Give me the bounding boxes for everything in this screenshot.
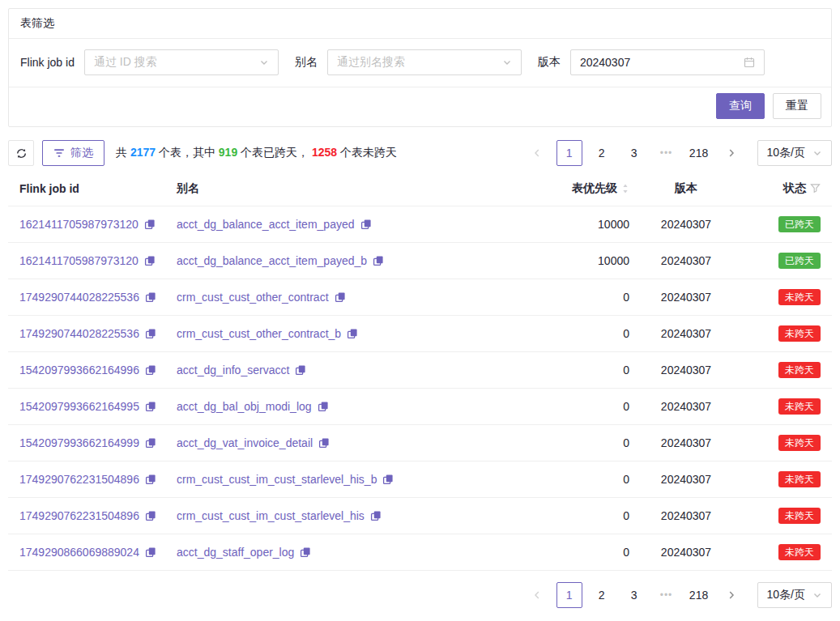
cell-status: 未跨天 bbox=[743, 398, 832, 415]
alias-link[interactable]: acct_dg_vat_invoice_detail bbox=[177, 436, 313, 449]
alias-select[interactable]: 通过别名搜索 bbox=[327, 49, 522, 75]
reset-button[interactable]: 重置 bbox=[773, 93, 821, 119]
copy-icon[interactable] bbox=[145, 510, 156, 521]
page-button-1[interactable]: 1 bbox=[556, 140, 582, 166]
version-date-picker[interactable]: 20240307 bbox=[570, 49, 765, 75]
query-button[interactable]: 查询 bbox=[716, 93, 765, 119]
filter-funnel-icon[interactable] bbox=[810, 183, 821, 194]
cell-status: 未跨天 bbox=[743, 508, 832, 524]
version-value: 20240307 bbox=[661, 218, 711, 231]
status-badge: 未跨天 bbox=[778, 398, 821, 415]
column-header-label: Flink job id bbox=[19, 182, 79, 195]
table-header-row: Flink job id 别名 表优先级 版本 状态 bbox=[8, 171, 832, 206]
chevron-down-icon bbox=[502, 57, 512, 67]
status-badge: 未跨天 bbox=[778, 289, 821, 305]
copy-icon[interactable] bbox=[335, 291, 346, 303]
next-page-button[interactable] bbox=[718, 140, 744, 166]
alias-link[interactable]: crm_cust_cust_im_cust_starlevel_his_b bbox=[177, 473, 377, 486]
chevron-right-icon bbox=[727, 590, 736, 600]
flink-job-id-link[interactable]: 1542097993662164996 bbox=[19, 364, 139, 376]
alias-link[interactable]: crm_cust_cust_im_cust_starlevel_his bbox=[177, 509, 365, 522]
copy-icon[interactable] bbox=[145, 364, 156, 376]
copy-icon[interactable] bbox=[370, 510, 382, 521]
flink-job-id-link[interactable]: 1542097993662164995 bbox=[19, 400, 139, 413]
column-header-priority[interactable]: 表优先级 bbox=[508, 181, 629, 196]
copy-icon[interactable] bbox=[295, 364, 306, 376]
copy-icon[interactable] bbox=[318, 401, 329, 412]
column-header-version: 版本 bbox=[629, 181, 743, 196]
priority-value: 0 bbox=[623, 546, 629, 559]
cell-flink-job-id: 1542097993662164999 bbox=[8, 436, 165, 449]
status-badge: 未跨天 bbox=[778, 435, 821, 451]
copy-icon[interactable] bbox=[373, 255, 384, 266]
summary-uncrossed-count: 1258 bbox=[312, 146, 337, 159]
alias-link[interactable]: crm_cust_cust_other_contract_b bbox=[177, 327, 341, 340]
version-label: 版本 bbox=[538, 55, 561, 70]
alias-link[interactable]: acct_dg_bal_obj_modi_log bbox=[177, 400, 312, 413]
page-button-2[interactable]: 2 bbox=[589, 140, 615, 166]
flink-job-id-link[interactable]: 1621411705987973120 bbox=[19, 218, 139, 231]
sorter-icon[interactable] bbox=[621, 182, 629, 195]
alias-link[interactable]: acct_dg_staff_oper_log bbox=[177, 546, 294, 559]
copy-icon[interactable] bbox=[318, 437, 330, 449]
copy-icon[interactable] bbox=[144, 219, 156, 230]
next-page-button[interactable] bbox=[718, 582, 744, 608]
page-size-select[interactable]: 10条/页 bbox=[757, 582, 832, 608]
copy-icon[interactable] bbox=[347, 328, 358, 339]
flink-job-id-select[interactable]: 通过 ID 搜索 bbox=[84, 49, 279, 75]
refresh-button[interactable] bbox=[8, 140, 34, 166]
priority-value: 0 bbox=[623, 509, 629, 522]
column-header-status: 状态 bbox=[743, 181, 832, 196]
prev-page-button[interactable] bbox=[524, 140, 550, 166]
copy-icon[interactable] bbox=[145, 401, 156, 412]
copy-icon[interactable] bbox=[360, 219, 372, 230]
cell-alias: acct_dg_info_servacct bbox=[165, 364, 508, 376]
pagination-ellipsis[interactable]: ••• bbox=[654, 140, 680, 166]
cell-priority: 0 bbox=[508, 546, 629, 559]
filter-panel-button[interactable]: 筛选 bbox=[42, 140, 104, 166]
copy-icon[interactable] bbox=[145, 328, 156, 339]
page-size-select[interactable]: 10条/页 bbox=[757, 140, 832, 166]
pagination-ellipsis[interactable]: ••• bbox=[654, 582, 680, 608]
page-button-3[interactable]: 3 bbox=[621, 582, 647, 608]
column-header-label: 状态 bbox=[783, 181, 806, 196]
cell-version: 20240307 bbox=[629, 291, 743, 304]
copy-icon[interactable] bbox=[382, 474, 394, 485]
copy-icon[interactable] bbox=[144, 255, 156, 266]
flink-job-id-link[interactable]: 1749290762231504896 bbox=[19, 509, 139, 522]
alias-link[interactable]: acct_dg_balance_acct_item_payed bbox=[177, 218, 355, 231]
flink-job-id-link[interactable]: 1542097993662164999 bbox=[19, 436, 139, 449]
table-row: 1749290744028225536 crm_cust_cust_other_… bbox=[8, 316, 832, 352]
page-button-218[interactable]: 218 bbox=[686, 140, 712, 166]
summary-crossed-count: 919 bbox=[219, 146, 237, 159]
copy-icon[interactable] bbox=[145, 547, 156, 558]
summary-text: 个表，其中 bbox=[156, 146, 219, 159]
alias-link[interactable]: crm_cust_cust_other_contract bbox=[177, 291, 329, 304]
cell-priority: 10000 bbox=[508, 218, 629, 231]
flink-job-id-link[interactable]: 1749290866069889024 bbox=[19, 546, 139, 559]
alias-link[interactable]: acct_dg_balance_acct_item_payed_b bbox=[177, 254, 367, 267]
prev-page-button[interactable] bbox=[524, 582, 550, 608]
cell-priority: 10000 bbox=[508, 254, 629, 267]
cell-alias: acct_dg_vat_invoice_detail bbox=[165, 436, 508, 449]
version-value: 20240307 bbox=[661, 400, 711, 413]
page-button-1[interactable]: 1 bbox=[556, 582, 582, 608]
page-button-2[interactable]: 2 bbox=[589, 582, 615, 608]
flink-job-id-placeholder: 通过 ID 搜索 bbox=[94, 55, 157, 70]
cell-status: 未跨天 bbox=[743, 325, 832, 342]
page-size-label: 10条/页 bbox=[767, 146, 805, 160]
flink-job-id-link[interactable]: 1621411705987973120 bbox=[19, 254, 139, 267]
flink-job-id-link[interactable]: 1749290744028225536 bbox=[19, 291, 139, 304]
alias-link[interactable]: acct_dg_info_servacct bbox=[177, 364, 289, 376]
flink-job-id-link[interactable]: 1749290744028225536 bbox=[19, 327, 139, 340]
page-button-218[interactable]: 218 bbox=[686, 582, 712, 608]
copy-icon[interactable] bbox=[145, 291, 156, 303]
page-button-3[interactable]: 3 bbox=[621, 140, 647, 166]
flink-job-id-link[interactable]: 1749290762231504896 bbox=[19, 473, 139, 486]
copy-icon[interactable] bbox=[145, 474, 156, 485]
copy-icon[interactable] bbox=[300, 547, 311, 558]
calendar-icon bbox=[744, 57, 755, 68]
cell-alias: acct_dg_balance_acct_item_payed_b bbox=[165, 254, 508, 267]
copy-icon[interactable] bbox=[145, 437, 156, 449]
column-header-alias: 别名 bbox=[165, 181, 508, 196]
